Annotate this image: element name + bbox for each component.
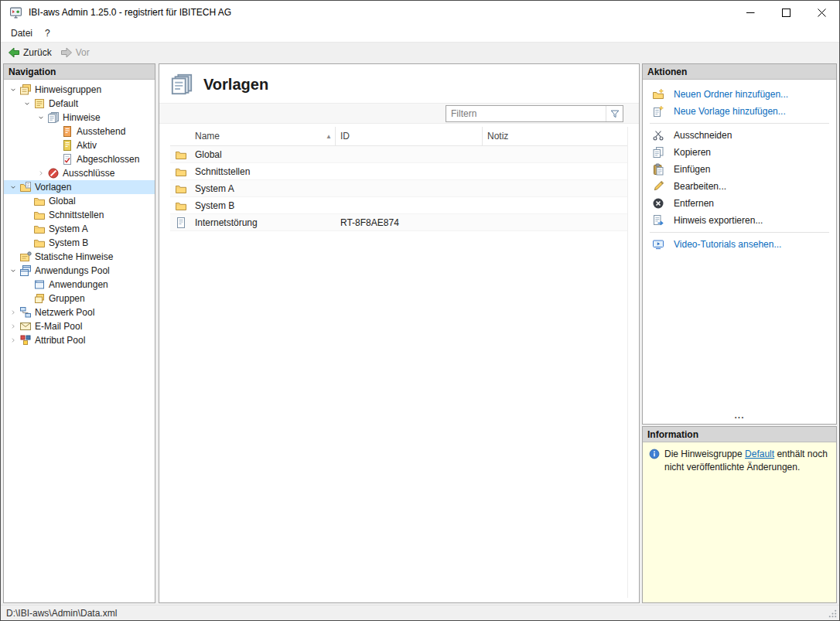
table-row-internetstoerung[interactable]: Internetstörung RT-8F8AE874 xyxy=(170,214,627,231)
actions-panel: Aktionen Neuen Ordner hinzufügen... Neue… xyxy=(642,63,837,425)
right-column: Aktionen Neuen Ordner hinzufügen... Neue… xyxy=(642,63,837,603)
tree-item-label: Anwendungen xyxy=(49,279,108,290)
chevron-down-icon[interactable] xyxy=(7,181,19,193)
action-new-folder[interactable]: Neuen Ordner hinzufügen... xyxy=(647,86,831,103)
tree-item-hinweisgruppen[interactable]: Hinweisgruppen xyxy=(4,83,155,97)
app-window: IBI-aws Admin 1.25.0 - registriert für I… xyxy=(0,0,840,621)
tree-item-aktiv[interactable]: Aktiv xyxy=(4,138,155,152)
back-arrow-icon xyxy=(8,46,20,59)
remove-icon xyxy=(652,197,664,210)
default-group-link[interactable]: Default xyxy=(745,449,774,459)
tree-item-label: Anwendungs Pool xyxy=(35,265,110,276)
table-row-schnittstellen[interactable]: Schnittstellen xyxy=(170,163,627,180)
tree-item-ausschluesse[interactable]: Ausschlüsse xyxy=(4,166,155,180)
static-notices-icon xyxy=(19,251,32,263)
tree-item-label: Ausschlüsse xyxy=(63,168,114,179)
title-bar: IBI-aws Admin 1.25.0 - registriert für I… xyxy=(1,1,839,24)
filter-input[interactable] xyxy=(446,108,606,119)
column-header-icon xyxy=(170,127,190,145)
edit-icon xyxy=(652,180,664,193)
chevron-right-icon[interactable] xyxy=(35,167,47,179)
back-button[interactable]: Zurück xyxy=(5,45,57,60)
chevron-down-icon[interactable] xyxy=(35,111,47,124)
information-panel: Information Die Hinweisgruppe Default en… xyxy=(642,426,837,603)
navigation-panel: Navigation Hinweisgruppen Default Hinwei… xyxy=(3,63,155,603)
forward-button[interactable]: Vor xyxy=(57,45,95,60)
chevron-down-icon[interactable] xyxy=(7,264,19,277)
action-video-tutorials[interactable]: Video-Tutorials ansehen... xyxy=(647,236,831,253)
tree-item-statische-hinweise[interactable]: Statische Hinweise xyxy=(4,250,155,264)
tree-item-label: Hinweise xyxy=(63,112,101,123)
chevron-down-icon[interactable] xyxy=(21,97,33,110)
content-title-row: Vorlagen xyxy=(159,64,639,103)
actions-list: Neuen Ordner hinzufügen... Neue Vorlage … xyxy=(643,80,836,424)
tree-item-label: Statische Hinweise xyxy=(35,251,113,262)
information-text: Die Hinweisgruppe Default enthält noch n… xyxy=(664,448,830,474)
tree-item-attribut-pool[interactable]: Attribut Pool xyxy=(4,333,155,347)
tree-item-system-a[interactable]: System A xyxy=(4,222,155,236)
tree-item-vorlagen[interactable]: Vorlagen xyxy=(4,180,155,194)
action-paste[interactable]: Einfügen xyxy=(647,161,831,178)
email-pool-icon xyxy=(19,320,32,333)
folder-icon xyxy=(33,195,46,207)
panel-splitter[interactable]: ... xyxy=(647,412,831,421)
tree-item-label: Abgeschlossen xyxy=(77,154,139,165)
cell-name: Global xyxy=(190,146,336,162)
resize-grip[interactable] xyxy=(828,609,838,619)
table-row-global[interactable]: Global xyxy=(170,146,627,163)
folder-icon xyxy=(33,209,46,221)
tree-item-email-pool[interactable]: E-Mail Pool xyxy=(4,319,155,333)
action-remove[interactable]: Entfernen xyxy=(647,195,831,212)
tree-item-system-b[interactable]: System B xyxy=(4,236,155,250)
tree-item-label: System B xyxy=(49,237,88,248)
exclusions-icon xyxy=(47,167,60,179)
close-button[interactable] xyxy=(804,1,839,24)
table-header: Name ▲ ID Notiz xyxy=(170,127,627,146)
menu-help[interactable]: ? xyxy=(39,26,56,41)
column-header-id[interactable]: ID xyxy=(336,127,483,145)
copy-icon xyxy=(652,146,664,159)
chevron-right-icon[interactable] xyxy=(7,306,19,319)
column-header-notiz[interactable]: Notiz xyxy=(483,127,627,145)
workspace: Navigation Hinweisgruppen Default Hinwei… xyxy=(1,62,839,605)
tree-item-netzwerk-pool[interactable]: Netzwerk Pool xyxy=(4,305,155,319)
action-edit[interactable]: Bearbeiten... xyxy=(647,178,831,195)
folder-icon xyxy=(175,200,187,212)
notice-groups-icon xyxy=(19,84,32,96)
toolbar: Zurück Vor xyxy=(1,42,839,62)
table-row-system-a[interactable]: System A xyxy=(170,180,627,197)
tree-item-anwendungen[interactable]: Anwendungen xyxy=(4,278,155,292)
tree-item-abgeschlossen[interactable]: Abgeschlossen xyxy=(4,152,155,166)
forward-arrow-icon xyxy=(60,46,73,59)
column-header-name[interactable]: Name ▲ xyxy=(190,127,336,145)
chevron-right-icon[interactable] xyxy=(7,334,19,346)
action-label: Bearbeiten... xyxy=(674,181,726,192)
filter-button[interactable] xyxy=(606,106,623,121)
action-label: Entfernen xyxy=(674,198,714,209)
tree-item-default[interactable]: Default xyxy=(4,97,155,111)
chevron-down-icon[interactable] xyxy=(7,84,19,96)
column-label: Name xyxy=(195,131,220,142)
tree-item-global[interactable]: Global xyxy=(4,194,155,208)
action-export-notice[interactable]: Hinweis exportieren... xyxy=(647,212,831,229)
action-cut[interactable]: Ausschneiden xyxy=(647,127,831,144)
table-row-system-b[interactable]: System B xyxy=(170,197,627,214)
tree-item-label: Vorlagen xyxy=(35,182,71,193)
active-notices-icon xyxy=(61,139,73,152)
window-title: IBI-aws Admin 1.25.0 - registriert für I… xyxy=(29,7,231,18)
minimize-button[interactable] xyxy=(732,1,768,24)
menu-datei[interactable]: Datei xyxy=(5,26,39,41)
action-copy[interactable]: Kopieren xyxy=(647,144,831,161)
action-label: Video-Tutorials ansehen... xyxy=(674,239,781,250)
tree-item-hinweise[interactable]: Hinweise xyxy=(4,111,155,125)
chevron-right-icon[interactable] xyxy=(7,320,19,333)
cell-name: System A xyxy=(190,180,336,196)
tree-item-anwendungs-pool[interactable]: Anwendungs Pool xyxy=(4,264,155,278)
tree-item-schnittstellen[interactable]: Schnittstellen xyxy=(4,208,155,222)
cell-id xyxy=(336,146,483,162)
tree-item-gruppen[interactable]: Gruppen xyxy=(4,292,155,305)
maximize-button[interactable] xyxy=(768,1,804,24)
action-new-template[interactable]: Neue Vorlage hinzufügen... xyxy=(647,103,831,120)
tree-item-ausstehend[interactable]: Ausstehend xyxy=(4,125,155,138)
new-template-icon xyxy=(652,105,664,118)
